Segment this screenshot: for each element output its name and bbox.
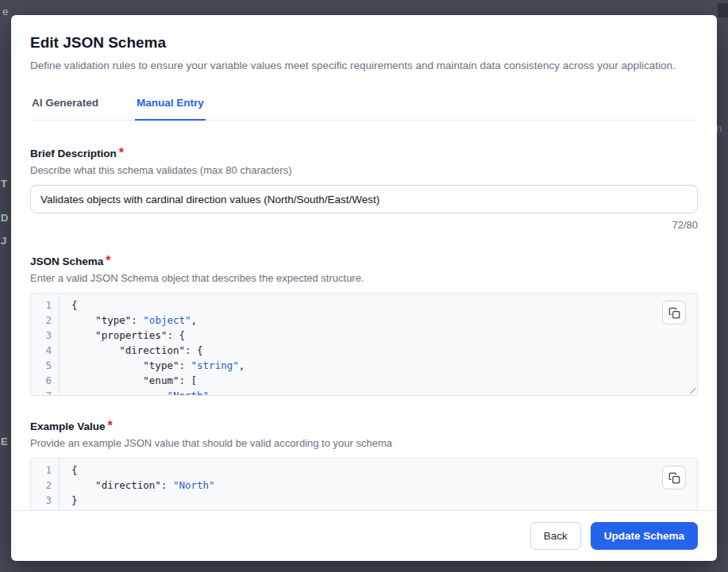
copy-button[interactable] [662, 301, 686, 324]
update-schema-button[interactable]: Update Schema [591, 522, 698, 550]
field-label-text: Brief Description [30, 148, 117, 159]
code-content[interactable]: { "type": "object", "properties": { "dir… [60, 294, 697, 396]
code-content[interactable]: { "direction": "North"} [60, 459, 697, 508]
example-value-label: Example Value* [30, 419, 698, 433]
tab-bar: AI Generated Manual Entry [30, 92, 698, 121]
brief-description-helper: Describe what this schema validates (max… [30, 164, 698, 176]
modal-footer: Back Update Schema [11, 510, 717, 561]
copy-button[interactable] [662, 466, 686, 489]
tab-ai-generated[interactable]: AI Generated [30, 92, 100, 120]
required-marker: * [108, 419, 113, 432]
json-schema-helper: Enter a valid JSON Schema object that de… [30, 272, 698, 284]
brief-description-input[interactable] [30, 185, 698, 213]
example-value-helper: Provide an example JSON value that shoul… [30, 437, 698, 449]
backdrop-fragment: E [1, 436, 8, 447]
modal-content: Edit JSON Schema Define validation rules… [11, 15, 717, 510]
backdrop-fragment [718, 3, 728, 17]
tab-manual-entry[interactable]: Manual Entry [135, 92, 206, 121]
brief-description-field: Brief Description* Describe what this sc… [30, 146, 698, 231]
json-schema-editor[interactable]: 1234567 { "type": "object", "properties"… [30, 293, 698, 396]
example-value-field: Example Value* Provide an example JSON v… [30, 419, 698, 510]
backdrop-fragment: e [2, 6, 8, 17]
character-counter: 72/80 [30, 219, 698, 231]
json-schema-field: JSON Schema* Enter a valid JSON Schema o… [30, 254, 698, 396]
backdrop-fragment: T [1, 178, 7, 190]
json-schema-label: JSON Schema* [30, 254, 698, 268]
backdrop-fragment: J [1, 235, 6, 247]
modal-subtitle: Define validation rules to ensure your v… [30, 60, 698, 71]
line-numbers: 1234567 [31, 294, 60, 395]
modal-title: Edit JSON Schema [30, 34, 698, 52]
edit-json-schema-modal: Edit JSON Schema Define validation rules… [11, 15, 717, 561]
backdrop-fragment: D [1, 212, 8, 224]
copy-icon [668, 307, 680, 319]
line-numbers: 123 [31, 459, 60, 510]
required-marker: * [119, 146, 124, 159]
example-value-editor[interactable]: 123 { "direction": "North"} [30, 458, 698, 510]
field-label-text: Example Value [30, 420, 106, 432]
field-label-text: JSON Schema [30, 255, 103, 267]
copy-icon [668, 472, 680, 484]
brief-description-label: Brief Description* [30, 146, 698, 160]
back-button[interactable]: Back [530, 522, 581, 550]
required-marker: * [106, 254, 110, 267]
